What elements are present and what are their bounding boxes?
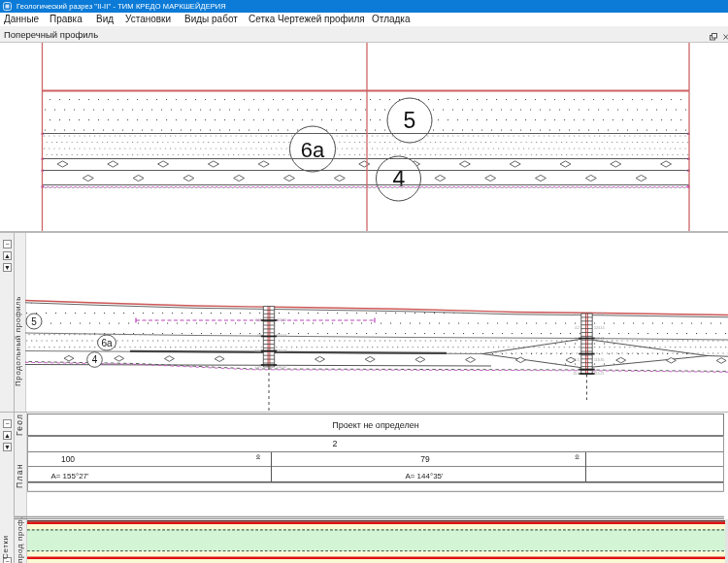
svg-text:7.9: 7.9 (257, 334, 262, 338)
svg-text:122.21: 122.21 (277, 318, 287, 322)
svg-text:6а: 6а (101, 338, 113, 348)
svg-text:79: 79 (420, 454, 430, 464)
svg-text:6а: 6а (301, 138, 325, 162)
svg-text:4: 4 (92, 354, 98, 365)
svg-text:5: 5 (404, 108, 416, 133)
svg-text:7.24: 7.24 (255, 318, 262, 322)
svg-text:122.21: 122.21 (594, 337, 605, 341)
svg-text:0.4: 0.4 (575, 313, 579, 316)
svg-text:122.04: 122.04 (277, 334, 287, 338)
svg-text:6.2: 6.2 (575, 337, 579, 341)
svg-text:124.15: 124.15 (594, 326, 605, 330)
svg-text:124.31: 124.31 (594, 313, 605, 316)
svg-text:2: 2 (332, 439, 337, 448)
svg-text:115.21: 115.21 (594, 372, 604, 376)
svg-text:100: 100 (61, 454, 75, 464)
svg-text:15.0: 15.0 (573, 372, 579, 376)
svg-text:14.6: 14.6 (255, 365, 262, 369)
svg-text:A= 144°35': A= 144°35' (405, 472, 444, 480)
svg-text:120.17: 120.17 (277, 349, 287, 353)
svg-text:118.35: 118.35 (594, 358, 604, 362)
svg-text:Проект не определен: Проект не определен (332, 420, 419, 430)
svg-text:4.2: 4.2 (575, 326, 579, 330)
svg-text:11.5: 11.5 (573, 358, 579, 362)
svg-text:A= 155°27': A= 155°27' (50, 472, 89, 480)
svg-text:10.2: 10.2 (255, 349, 262, 353)
svg-text:5: 5 (31, 316, 37, 327)
svg-text:116.35: 116.35 (277, 365, 286, 369)
